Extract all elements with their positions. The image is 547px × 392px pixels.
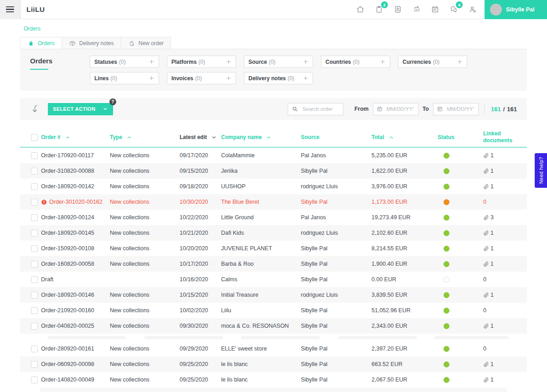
- filter-invoices[interactable]: Invoices(0): [167, 72, 236, 84]
- table-row[interactable]: Order-301020-00162New collections10/30/2…: [20, 194, 527, 210]
- row-checkbox[interactable]: [31, 199, 38, 206]
- status-dot: [444, 184, 449, 190]
- select-action-label: SELECT ACTION: [53, 106, 95, 112]
- messages-nav-button[interactable]: 4: [444, 0, 463, 19]
- date-from-input[interactable]: [386, 106, 415, 112]
- column-label: Order #: [41, 134, 61, 141]
- account-nav-button[interactable]: [463, 0, 482, 19]
- col-status-header: Status: [438, 134, 478, 141]
- status-dot: [444, 292, 449, 298]
- table-row[interactable]: Order-180920-00124New collections10/22/2…: [20, 210, 527, 225]
- select-action-button[interactable]: SELECT ACTION ?: [48, 103, 113, 115]
- linked-documents-cell: 1: [478, 261, 527, 267]
- table-row[interactable]: Order-150920-00108New collections10/20/2…: [20, 241, 527, 256]
- source-cell: rodriguez Lluis: [301, 292, 372, 298]
- linked-documents-cell: 1: [478, 152, 527, 159]
- help-badge[interactable]: ?: [109, 98, 116, 105]
- table-row[interactable]: Order-140820-00049New collections09/25/2…: [20, 372, 527, 387]
- row-checkbox[interactable]: [31, 183, 38, 190]
- row-checkbox[interactable]: [31, 346, 38, 352]
- total-cell: 1,900.40 EUR: [372, 261, 438, 267]
- status-dot: [444, 261, 449, 267]
- row-checkbox[interactable]: [31, 230, 38, 237]
- column-label: Type: [110, 134, 122, 141]
- search-input[interactable]: [301, 106, 339, 112]
- table-row[interactable]: Order-180920-00142New collections09/18/2…: [20, 179, 527, 194]
- row-checkbox[interactable]: [31, 292, 38, 299]
- orders-nav-button[interactable]: 2: [370, 0, 388, 19]
- orders-table: Order #TypeLatest editCompany nameSource…: [20, 128, 527, 392]
- filter-row-2: Lines(0)Invoices(0)Delivery notes(0): [90, 72, 467, 84]
- filter-source[interactable]: Source(0): [244, 56, 313, 68]
- search-box: [288, 103, 343, 115]
- col-total-header[interactable]: Total: [372, 134, 438, 141]
- filter-delivery-notes[interactable]: Delivery notes(0): [244, 72, 313, 84]
- filter-label: Countries: [325, 59, 351, 65]
- order-number-cell: Order-180920-00142: [41, 183, 110, 190]
- latest-edit-cell: 10/20/2020: [180, 245, 221, 252]
- calendar-nav-button[interactable]: [426, 0, 444, 19]
- contacts-nav-button[interactable]: [388, 0, 407, 19]
- table-row[interactable]: Order-170920-00117New collections09/17/2…: [20, 148, 527, 163]
- type-cell: New collections: [110, 361, 180, 367]
- filter-statuses[interactable]: Statuses(0): [90, 56, 159, 68]
- row-checkbox[interactable]: [31, 361, 38, 368]
- stats-nav-button[interactable]: [407, 0, 426, 19]
- table-row[interactable]: Order-210920-00160New collections10/02/2…: [20, 303, 527, 318]
- column-label: Linked documents: [483, 130, 514, 144]
- table-row[interactable]: Order-180920-00146New collections10/15/2…: [20, 287, 527, 303]
- col-latest-header[interactable]: Latest edit: [180, 134, 221, 141]
- filter-countries[interactable]: Countries(0): [321, 56, 390, 68]
- linked-documents-cell: 0: [478, 346, 527, 352]
- filter-count: (0): [198, 59, 205, 65]
- filter-lines[interactable]: Lines(0): [90, 72, 159, 84]
- table-row[interactable]: Order-060920-00098New collections09/25/2…: [20, 356, 527, 372]
- table-row[interactable]: Order-310820-00088New collections09/15/2…: [20, 163, 527, 179]
- home-icon: [356, 5, 365, 14]
- filter-currencies[interactable]: Currencies(0): [398, 56, 467, 68]
- linked-documents-cell: 0: [478, 276, 527, 283]
- col-order-header[interactable]: Order #: [41, 134, 110, 141]
- paperclip-icon: [483, 168, 489, 174]
- bulk-import-icon[interactable]: [30, 103, 41, 115]
- user-menu[interactable]: Sibylle Pal: [485, 0, 547, 19]
- select-all-checkbox[interactable]: [31, 134, 38, 141]
- type-cell: New collections: [110, 292, 180, 298]
- filter-platforms[interactable]: Platforms(0): [167, 56, 236, 68]
- table-row[interactable]: Order-280920-00161New collections09/29/2…: [20, 341, 527, 356]
- plus-icon: [226, 59, 232, 65]
- row-checkbox[interactable]: [31, 261, 38, 268]
- row-checkbox[interactable]: [31, 276, 38, 283]
- latest-edit-cell: 10/30/2020: [180, 199, 221, 205]
- row-checkbox[interactable]: [31, 323, 38, 330]
- col-type-header[interactable]: Type: [110, 134, 180, 141]
- bag-plus-icon: [128, 40, 135, 47]
- col-company-header[interactable]: Company name: [221, 134, 301, 141]
- bag-icon: [27, 40, 35, 47]
- row-checkbox[interactable]: [31, 168, 38, 175]
- need-help-button[interactable]: Need help?: [535, 153, 547, 188]
- tab-orders[interactable]: Orders: [20, 37, 62, 49]
- breadcrumb[interactable]: Orders: [24, 25, 547, 32]
- order-number-cell: Order-180920-00145: [41, 230, 110, 236]
- table-row[interactable]: Order-180920-00145New collections10/21/2…: [20, 225, 527, 241]
- tab-new-order[interactable]: New order: [121, 37, 171, 49]
- row-checkbox[interactable]: [31, 214, 38, 221]
- row-checkbox[interactable]: [31, 377, 38, 383]
- plus-icon: [226, 75, 232, 81]
- row-checkbox[interactable]: [31, 152, 38, 159]
- filter-count: (0): [353, 59, 360, 65]
- home-nav-button[interactable]: [351, 0, 370, 19]
- row-checkbox[interactable]: [31, 307, 38, 314]
- row-checkbox[interactable]: [31, 245, 38, 252]
- company-name-cell: The Blue Beret: [221, 199, 301, 205]
- table-row[interactable]: Order-040820-00025New collections09/30/2…: [20, 318, 527, 334]
- total-cell: 2,343.00 EUR: [372, 323, 438, 329]
- date-to-input[interactable]: [446, 106, 475, 112]
- tab-delivery-notes[interactable]: Delivery notes: [62, 37, 121, 49]
- linked-documents-cell: 0: [478, 307, 527, 314]
- table-row[interactable]: Draft10/16/2020CalmsSibylle Pal0.00 EUR0: [20, 272, 527, 287]
- table-row[interactable]: Order-160820-00058New collections10/17/2…: [20, 256, 527, 272]
- contacts-icon: [393, 5, 402, 14]
- menu-button[interactable]: [0, 0, 21, 19]
